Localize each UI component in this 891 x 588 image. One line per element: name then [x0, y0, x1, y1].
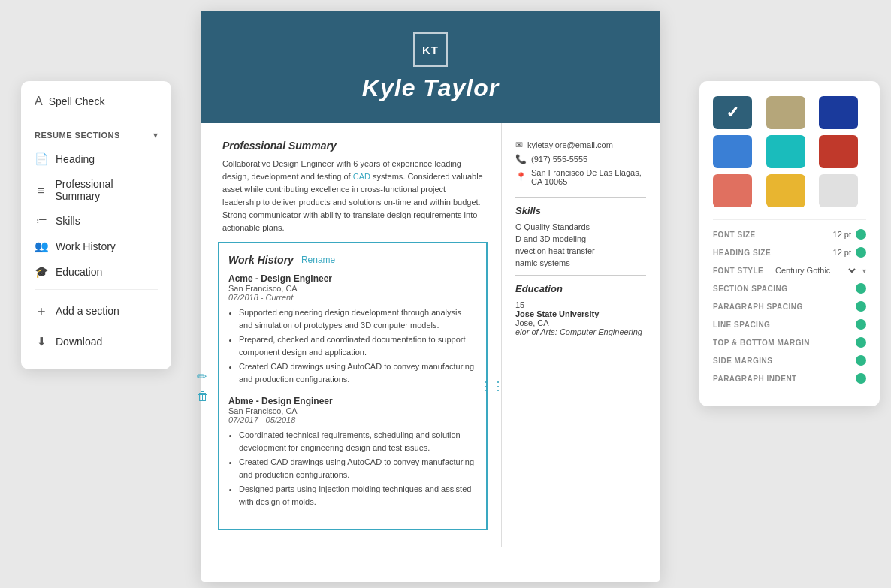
- font-size-toggle[interactable]: [856, 229, 866, 240]
- education-icon: 🎓: [35, 265, 48, 279]
- download-label: Download: [56, 336, 102, 348]
- paragraph-spacing-toggle[interactable]: [856, 301, 866, 312]
- line-spacing-toggle[interactable]: [856, 319, 866, 330]
- contact-phone: 📞 (917) 555-5555: [515, 154, 646, 164]
- resume-name: Kyle Taylor: [362, 74, 499, 102]
- color-swatch-blue[interactable]: [713, 135, 752, 168]
- resume-document: KT Kyle Taylor Professional Summary Coll…: [201, 11, 660, 582]
- job-bullets-1: Supported engineering design development…: [228, 306, 477, 385]
- resume-monogram: KT: [413, 32, 448, 67]
- professional-summary-section: Professional Summary Collaborative Desig…: [222, 140, 483, 234]
- drag-handle[interactable]: ⋮⋮: [480, 379, 504, 394]
- color-swatch-light[interactable]: [819, 174, 858, 207]
- color-swatch-navy[interactable]: [819, 96, 858, 129]
- paragraph-indent-row: PARAGRAPH INDENT: [713, 373, 866, 384]
- job-bullets-2: Coordinated technical requirements, sche…: [228, 429, 477, 508]
- education-title: Education: [515, 283, 646, 294]
- paragraph-spacing-row: PARAGRAPH SPACING: [713, 301, 866, 312]
- job-entry-2: Abme - Design Engineer San Francisco, CA…: [228, 396, 477, 508]
- education-section: Education 15 Jose State University Jose,…: [515, 283, 646, 336]
- lines-icon: ≡: [35, 184, 47, 197]
- heading-size-val: 12 pt: [833, 248, 851, 257]
- skill-3: nvection heat transfer: [515, 246, 646, 255]
- delete-icon[interactable]: 🗑: [197, 390, 209, 403]
- email-text: kyletaylore@email.com: [527, 140, 613, 149]
- work-history-icon: 👥: [35, 240, 48, 253]
- sidebar-item-work-history-label: Work History: [56, 240, 116, 252]
- side-margins-label: SIDE MARGINS: [713, 357, 772, 365]
- job-bullet-1-3: Created CAD drawings using AutoCAD to co…: [239, 360, 477, 385]
- job-company-1: Acme - Design Engineer: [228, 273, 477, 284]
- font-style-select[interactable]: Century Gothic Arial Times New Roman: [772, 265, 858, 276]
- skill-2: D and 3D modeling: [515, 234, 646, 243]
- contact-email: ✉ kyletaylore@email.com: [515, 140, 646, 150]
- heading-icon: 📄: [35, 152, 48, 166]
- resume-header: KT Kyle Taylor: [201, 11, 660, 123]
- color-swatch-salmon[interactable]: [713, 174, 752, 207]
- professional-summary-text: Collaborative Design Engineer with 6 yea…: [222, 158, 483, 234]
- color-swatch-tan[interactable]: [766, 96, 805, 129]
- professional-summary-title: Professional Summary: [222, 140, 483, 152]
- sidebar-item-skills[interactable]: ≔ Skills: [21, 208, 171, 234]
- job-bullet-1-1: Supported engineering design development…: [239, 306, 477, 331]
- sidebar: A Spell Check RESUME SECTIONS ▾ 📄 Headin…: [21, 81, 171, 369]
- top-bottom-margin-toggle[interactable]: [856, 337, 866, 348]
- edu-location: Jose, CA: [515, 318, 646, 327]
- skill-1: O Quality Standards: [515, 222, 646, 231]
- resume-right-column: ✉ kyletaylore@email.com 📞 (917) 555-5555…: [502, 123, 660, 547]
- spell-check-label: Spell Check: [49, 95, 105, 107]
- font-size-value: 12 pt: [833, 229, 866, 240]
- sidebar-item-professional-summary-label: Professional Summary: [55, 178, 158, 202]
- font-style-label: FONT STYLE: [713, 267, 763, 275]
- paragraph-indent-toggle[interactable]: [856, 373, 866, 384]
- add-section-button[interactable]: ＋ Add a section: [21, 294, 171, 327]
- download-button[interactable]: ⬇ Download: [21, 327, 171, 356]
- skills-title: Skills: [515, 205, 646, 216]
- contact-address: 📍 San Francisco De Las Llagas, CA 10065: [515, 168, 646, 186]
- sidebar-item-education-label: Education: [56, 266, 102, 278]
- resume-sections-header: RESUME SECTIONS ▾: [21, 119, 171, 146]
- skill-4: namic systems: [515, 258, 646, 267]
- job-location-2: San Francisco, CA: [228, 406, 477, 415]
- heading-size-row: HEADING SIZE 12 pt: [713, 247, 866, 258]
- section-spacing-label: SECTION SPACING: [713, 285, 788, 293]
- contact-info: ✉ kyletaylore@email.com 📞 (917) 555-5555…: [515, 140, 646, 186]
- sidebar-item-education[interactable]: 🎓 Education: [21, 259, 171, 285]
- edu-year: 15: [515, 300, 646, 309]
- rename-link[interactable]: Rename: [301, 255, 335, 265]
- work-history-section[interactable]: ✏ 🗑 Work History Rename Acme - Design En…: [218, 242, 488, 530]
- font-style-row: FONT STYLE Century Gothic Arial Times Ne…: [713, 265, 866, 276]
- heading-size-value: 12 pt: [833, 247, 866, 258]
- sidebar-item-heading[interactable]: 📄 Heading: [21, 146, 171, 172]
- section-spacing-toggle[interactable]: [856, 283, 866, 294]
- cad-highlight: CAD: [353, 172, 370, 181]
- color-swatch-teal[interactable]: [766, 135, 805, 168]
- sidebar-item-professional-summary[interactable]: ≡ Professional Summary: [21, 172, 171, 208]
- heading-size-toggle[interactable]: [856, 247, 866, 258]
- sidebar-item-work-history[interactable]: 👥 Work History: [21, 234, 171, 259]
- sidebar-item-skills-label: Skills: [56, 215, 80, 227]
- work-history-actions: ✏ 🗑: [197, 369, 209, 403]
- work-history-header: Work History Rename: [228, 254, 477, 266]
- edu-degree: elor of Arts: Computer Engineering: [515, 327, 646, 336]
- location-icon: 📍: [515, 172, 527, 182]
- color-swatch-teal-dark[interactable]: ✓: [713, 96, 752, 129]
- job-company-2: Abme - Design Engineer: [228, 396, 477, 406]
- side-margins-toggle[interactable]: [856, 355, 866, 366]
- edit-icon[interactable]: ✏: [197, 369, 209, 384]
- job-bullet-2-2: Created CAD drawings using AutoCAD to co…: [239, 456, 477, 481]
- sidebar-divider: [35, 289, 158, 290]
- job-bullet-1-2: Prepared, checked and coordinated docume…: [239, 333, 477, 358]
- line-spacing-label: LINE SPACING: [713, 321, 770, 329]
- color-swatch-red[interactable]: [819, 135, 858, 168]
- style-panel: ✓ FONT SIZE 12 pt HEADING SIZE 12 pt F: [699, 81, 880, 406]
- font-size-label: FONT SIZE: [713, 231, 756, 239]
- right-divider-2: [515, 275, 646, 276]
- chevron-down-icon[interactable]: ▾: [153, 130, 158, 140]
- line-spacing-row: LINE SPACING: [713, 319, 866, 330]
- spell-check-item[interactable]: A Spell Check: [21, 95, 171, 119]
- font-size-row: FONT SIZE 12 pt: [713, 229, 866, 240]
- color-swatch-yellow[interactable]: [766, 174, 805, 207]
- resume-body: Professional Summary Collaborative Desig…: [201, 123, 660, 547]
- font-size-val: 12 pt: [833, 230, 851, 239]
